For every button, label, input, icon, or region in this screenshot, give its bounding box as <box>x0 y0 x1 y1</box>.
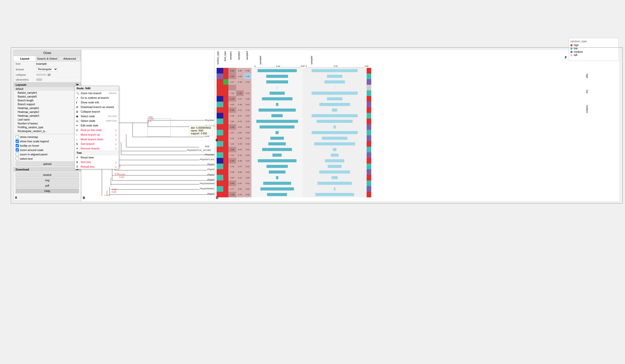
cell-category <box>367 119 371 124</box>
cell-sample5-bar <box>303 175 367 180</box>
tab-advanced[interactable]: Advanced <box>58 56 81 61</box>
collapse-slider[interactable] <box>36 74 46 76</box>
show-tree-scale-row[interactable]: show tree scale legend <box>14 139 81 143</box>
layout-barplot-sample4[interactable]: Barplot_sample4 ✓ <box>14 91 81 95</box>
cell-sample1: 0.05 <box>228 102 236 107</box>
col-header-random-type: random_type <box>217 51 224 68</box>
svg-button[interactable]: svg <box>16 178 79 183</box>
cell-sample5-bar <box>303 164 367 169</box>
tab-layout[interactable]: Layout <box>14 56 36 61</box>
cell-bool-type <box>223 175 228 180</box>
zoom-aligned-panel-row[interactable]: zoom in aligned panel <box>14 152 81 156</box>
layout-num-leaves[interactable]: Number of leaves <box>14 122 81 125</box>
ctx-sort-branch[interactable]: ⇅ Sort branch △ <box>75 142 119 146</box>
ctx-collapse-branch[interactable]: ⊞ Collapse branch <box>75 109 119 114</box>
ctx-move-branch-down[interactable]: ↓ Move branch down △ <box>75 137 119 142</box>
subtree-icon: ↗ <box>76 97 78 99</box>
cell-category <box>367 102 371 107</box>
ctx-reset-view[interactable]: ↺ Reset view <box>75 155 119 160</box>
ctx-select-node[interactable]: ◉ Select node Alt+Click <box>75 114 119 119</box>
legend-item-low: low <box>570 47 617 50</box>
tooltip-dist: dist: 0.000904602 <box>191 126 211 129</box>
cell-sample2: 0.46 <box>236 79 244 85</box>
cell-sample1: 0.68 <box>228 96 236 102</box>
cell-sample4-bar <box>251 119 303 124</box>
cell-category <box>367 130 371 135</box>
layout-heatmap2[interactable]: Heatmap_sample2 ✓ <box>14 110 81 114</box>
ctx-select-clade[interactable]: ◎ Select clade Shift+Click <box>75 119 119 123</box>
layout-profiling[interactable]: Profiling_random_type ✓ <box>14 125 81 129</box>
cell-sample4-bar <box>251 124 303 130</box>
help-button[interactable]: Help <box>16 189 79 193</box>
table-row: 0.330.950.22 <box>217 90 371 96</box>
show-minimap-checkbox[interactable] <box>16 135 19 138</box>
table-row: 0.960.730.23 <box>217 119 371 124</box>
cell-sample1: 0.38 <box>228 169 236 175</box>
ctx-go-subtree[interactable]: ↗ Go to subtree at branch <box>75 95 119 100</box>
cell-category <box>367 96 371 102</box>
ctx-show-node-info[interactable]: ℹ Show node info <box>75 100 119 105</box>
show-tree-scale-checkbox[interactable] <box>16 140 19 143</box>
legend-dot-low <box>570 48 573 50</box>
cell-bool-type <box>223 158 228 164</box>
pdf-button[interactable]: pdf <box>16 183 79 188</box>
cell-sample1: 0.96 <box>228 119 236 124</box>
cell-sample1: 0.68 <box>228 147 236 152</box>
upload-button[interactable]: upload <box>16 162 79 166</box>
edit-icon: ✏ <box>76 124 78 127</box>
table-row: 0.800.030.56 <box>217 124 371 130</box>
cell-bool-type <box>223 152 228 158</box>
select-text-checkbox[interactable] <box>16 157 19 160</box>
ctx-sort-tree[interactable]: ⇅ Sort tree △ <box>75 160 119 164</box>
ctx-move-branch-up[interactable]: ↑ Move branch up △ <box>75 132 119 137</box>
ultrametric-toggle[interactable] <box>36 78 42 81</box>
select-text-row[interactable]: select text <box>14 156 81 161</box>
svg-text:N36: N36 <box>205 145 209 148</box>
zoom-around-node-checkbox[interactable] <box>16 148 19 152</box>
drawer-select[interactable]: Rectangular <box>36 67 58 71</box>
cell-sample5-bar <box>303 102 367 107</box>
sort-tree-icon: ⇅ <box>76 161 78 164</box>
tooltip-hover-row[interactable]: tooltip on hover <box>14 143 81 148</box>
table-row: 0.850.120.33 <box>217 107 371 113</box>
cell-sample4-bar <box>251 102 303 107</box>
show-minimap-row[interactable]: show minimap <box>14 135 81 139</box>
zoom-around-node-row[interactable]: zoom around node <box>14 148 81 152</box>
drawer-row: drawer Rectangular <box>14 66 81 72</box>
tooltip-hover-checkbox[interactable] <box>16 144 19 147</box>
zoom-aligned-panel-checkbox[interactable] <box>16 153 19 156</box>
layout-branch-support[interactable]: Branch support ✓ <box>14 102 81 106</box>
tab-search-select[interactable]: Search & Select <box>36 56 59 61</box>
cell-sample2: 0.16 <box>236 152 244 158</box>
cell-random-type <box>217 124 223 130</box>
ctx-remove-branch[interactable]: ✕ Remove branch △ <box>75 146 119 151</box>
cell-sample5-bar <box>303 135 367 141</box>
cell-sample4-bar <box>251 90 303 96</box>
cell-random-type <box>217 152 223 158</box>
panel-d-label: D <box>216 196 218 200</box>
collapse-slider-container: 10 <box>36 73 50 76</box>
layout-barplot-sample5[interactable]: Barplot_sample5 ✓ <box>14 95 81 99</box>
ctx-edit-node-style[interactable]: ✏ Edit node style <box>75 123 119 128</box>
cell-sample4-bar <box>251 79 303 85</box>
layout-branch-length[interactable]: Branch length ✓ <box>14 99 81 102</box>
layout-leaf-name[interactable]: Leaf name ✓ <box>14 118 81 122</box>
cell-sample2: 0.60 <box>236 169 244 175</box>
col-header-sample2: sample2 <box>238 51 246 68</box>
newick-button[interactable]: newick <box>16 173 79 177</box>
layout-heatmap1[interactable]: Heatmap_sample1 ✓ <box>14 106 81 110</box>
cell-sample5-bar <box>303 147 367 152</box>
zoom-shortcut: Dblclick <box>109 92 117 94</box>
ctx-root-node[interactable]: ⊙ Root on this node △ <box>75 128 119 132</box>
ctx-reload-tree[interactable]: ↺ Reload tree △ <box>75 164 119 169</box>
legend-dot-medium <box>570 51 573 53</box>
ctx-tree-section: Tree <box>75 151 119 155</box>
cell-sample1: 0.46 <box>228 192 236 197</box>
layout-rectangular[interactable]: Rectangular_random_ty... ✓ <box>14 129 81 133</box>
ctx-zoom-branch[interactable]: 🔍 Zoom into branch Dblclick <box>75 91 119 95</box>
close-button[interactable]: Close <box>14 50 81 56</box>
svg-text:0.83: 0.83 <box>115 173 119 175</box>
layout-heatmap3[interactable]: Heatmap_sample3 ✓ <box>14 114 81 118</box>
ctx-download-newick[interactable]: ⬇ Download branch as newick <box>75 105 119 109</box>
cell-sample2: 0.73 <box>236 119 244 124</box>
